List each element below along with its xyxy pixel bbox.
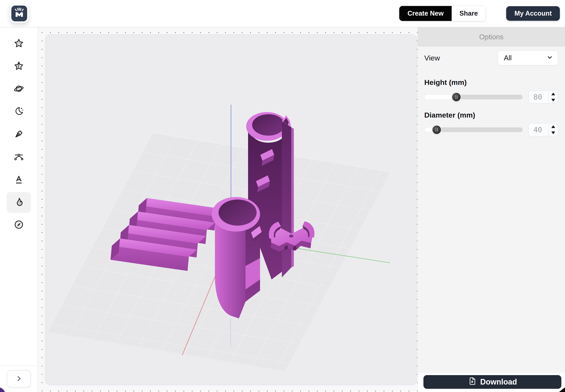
sidebar-tool-text[interactable]	[7, 169, 31, 190]
flame-icon	[14, 197, 24, 208]
arrow-up-icon	[551, 125, 555, 128]
file-download-icon	[468, 377, 477, 387]
height-stepper: 80	[528, 90, 558, 104]
3d-canvas[interactable]	[45, 35, 417, 385]
height-slider[interactable]	[424, 90, 523, 104]
3d-viewport[interactable]	[45, 34, 417, 385]
height-value-input[interactable]: 80	[529, 91, 548, 103]
bezier-curve-icon	[14, 152, 24, 163]
tool-list	[0, 27, 38, 365]
chevron-right-icon	[15, 375, 22, 383]
text-underline-icon	[14, 174, 24, 185]
panel-title: Options	[479, 33, 504, 41]
m-burst-logo-icon	[11, 6, 27, 21]
view-dropdown-value: All	[504, 54, 512, 62]
compass-icon	[14, 220, 24, 231]
height-row: 80	[424, 90, 558, 104]
sidebar-footer	[0, 365, 38, 392]
pen-nib-icon	[14, 129, 24, 140]
diameter-decrement-button[interactable]	[549, 130, 558, 136]
height-increment-button[interactable]	[549, 91, 558, 97]
share-button[interactable]: Share	[452, 6, 485, 21]
height-slider-thumb[interactable]	[452, 93, 461, 101]
arrow-up-icon	[551, 93, 555, 95]
panel-footer: Download	[418, 373, 565, 392]
height-slider-fill	[424, 95, 456, 99]
height-decrement-button[interactable]	[549, 97, 558, 103]
sidebar-tool-flame[interactable]	[7, 192, 31, 213]
create-share-segmented-control: Create New Share	[399, 6, 486, 21]
star-icon	[14, 38, 24, 49]
create-new-button[interactable]: Create New	[399, 6, 452, 21]
download-button[interactable]: Download	[423, 375, 561, 389]
view-dropdown[interactable]: All	[497, 50, 558, 65]
arrow-down-icon	[551, 131, 555, 134]
download-button-label: Download	[480, 378, 517, 386]
arrow-down-icon	[551, 99, 555, 101]
sidebar-tool-pen[interactable]	[7, 124, 31, 145]
diameter-value-input[interactable]: 40	[529, 124, 548, 136]
diameter-increment-button[interactable]	[549, 124, 558, 130]
chevron-down-icon	[547, 54, 553, 62]
options-panel: Options View All Height (mm) 80	[418, 27, 565, 392]
diameter-stepper: 40	[528, 123, 558, 136]
app-logo[interactable]	[10, 4, 29, 23]
my-account-button[interactable]: My Account	[506, 6, 560, 21]
sidebar-tool-moon[interactable]	[7, 101, 31, 122]
sidebar-tool-planet[interactable]	[7, 79, 31, 100]
tool-sidebar	[0, 27, 38, 392]
diameter-row: 40	[424, 123, 558, 136]
diameter-slider[interactable]	[424, 123, 523, 136]
sidebar-tool-star[interactable]	[7, 33, 31, 54]
top-bar: Create New Share My Account	[0, 0, 565, 27]
diameter-label: Diameter (mm)	[424, 111, 558, 119]
planet-icon	[14, 84, 24, 95]
options-panel-header: Options	[418, 27, 565, 47]
diameter-slider-thumb[interactable]	[432, 126, 441, 134]
canvas-workspace	[38, 27, 418, 392]
sidebar-tool-compass[interactable]	[7, 215, 31, 236]
view-label: View	[424, 54, 440, 62]
star-half-icon	[14, 61, 24, 72]
height-label: Height (mm)	[424, 78, 558, 86]
moon-stars-icon	[14, 106, 24, 117]
sidebar-expand-button[interactable]	[7, 370, 31, 387]
sidebar-tool-star-half[interactable]	[7, 56, 31, 77]
sidebar-tool-bezier[interactable]	[7, 147, 31, 168]
view-row: View All	[424, 50, 558, 65]
